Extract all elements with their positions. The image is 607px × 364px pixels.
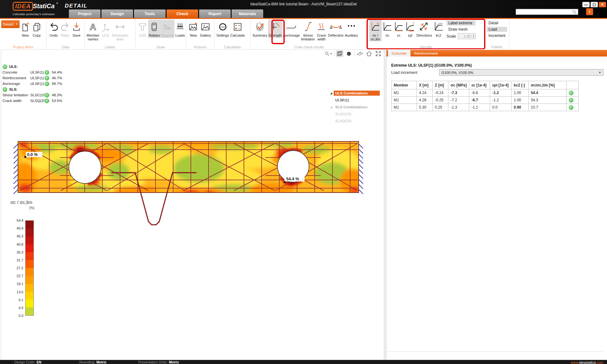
anchorage-button[interactable]: Anchorage (282, 20, 300, 38)
tab-design[interactable]: Design (101, 9, 133, 18)
scale-spinner[interactable]: 1.00 ▲▼ (458, 33, 476, 39)
legend-tick-label: 22.7 (11, 274, 23, 278)
palette-detail-option[interactable]: Detail (487, 21, 507, 26)
section-view-button[interactable] (356, 50, 364, 57)
legend-segment (26, 268, 33, 276)
load-increment-dropdown[interactable]: G100.0%, V100.0% ▼ (439, 69, 604, 76)
deflection-button[interactable]: Deflection (327, 20, 344, 38)
palette-increment-option[interactable]: Increment (487, 33, 507, 38)
home-view-button[interactable] (365, 50, 373, 57)
table-row[interactable]: M14.26-0.25-7.2-6.7-1.21.0054.3 (392, 97, 579, 104)
crack-width-icon (316, 20, 327, 34)
load-increment-label: Load increment (391, 70, 417, 75)
sc-button[interactable]: σc (382, 20, 393, 38)
beam-result-plot[interactable]: 0.0 % 54.4 % (13, 140, 367, 229)
table-cell: M1 (392, 97, 417, 104)
tree-expander-icon[interactable]: ◢ (329, 106, 334, 109)
auxiliary-button[interactable]: Auxiliary (344, 20, 359, 38)
check-icon (3, 64, 7, 69)
label-extreme-toggle[interactable]: Label extreme (446, 21, 476, 26)
panel-divider (386, 351, 604, 352)
dimension-lines-button[interactable]: Dimension lines (111, 20, 129, 41)
strain-curve-icon (394, 20, 404, 34)
draw-mesh-toggle[interactable]: Draw mesh (446, 27, 476, 32)
website-link[interactable]: www.ideastatica.com (571, 360, 603, 364)
table-cell: -7.3 (448, 89, 469, 97)
gallery-button[interactable]: Gallery (199, 20, 212, 38)
solid-view-button[interactable] (345, 50, 353, 57)
new-item-button[interactable]: New (20, 20, 31, 38)
diagram-button[interactable]: Diagram (161, 20, 174, 38)
tab-tools[interactable]: Tools (134, 9, 166, 18)
settings-button[interactable]: </> Settings (216, 20, 230, 38)
title-bar: IdeaStatiCa-BIM link tutorial Beam - Axi… (0, 0, 607, 18)
close-button[interactable]: ✕ (599, 2, 606, 7)
tab-project[interactable]: Project (69, 9, 100, 18)
undo-button[interactable]: Undo (48, 20, 59, 38)
tab-report[interactable]: Report (199, 9, 231, 18)
results-tab-bar: Concrete Reinforcement (386, 50, 607, 57)
redo-button[interactable]: Redo (59, 20, 71, 38)
extreme-label-min: 0.0 % (24, 152, 42, 158)
spinner-arrows-icon[interactable]: ▲▼ (471, 34, 475, 38)
wireframe-view-button[interactable] (336, 50, 343, 57)
tree-expander-icon[interactable]: ◢ (329, 92, 334, 95)
zoom-fit-button[interactable] (374, 50, 382, 57)
save-button[interactable]: Save (71, 20, 82, 38)
solid-cube-icon (346, 51, 352, 57)
member-names-button[interactable]: A Member names (86, 20, 100, 41)
tab-concrete[interactable]: Concrete (388, 50, 410, 57)
tree-item[interactable]: ◢ULS Combinations (329, 90, 380, 97)
new-picture-button[interactable]: New (187, 20, 199, 38)
ribbon: Detail1 ▼ New Copy Project items (0, 19, 607, 49)
minimize-button[interactable]: — (582, 2, 590, 7)
table-check-cell (566, 89, 578, 97)
tab-reinforcement[interactable]: Reinforcement (410, 50, 442, 57)
detail-selector[interactable]: Detail1 ▼ (1, 20, 20, 28)
search-input[interactable] (516, 9, 578, 15)
check-icon (45, 93, 49, 98)
table-cell: M1 (392, 104, 417, 111)
summary-button[interactable]: Summary (252, 20, 268, 38)
table-column-header: σc/σc,lim [%] (528, 81, 566, 89)
stress-limitation-button[interactable]: Stress limitation (300, 20, 315, 41)
table-row[interactable]: M15.300.25-1.3-1.10.00.9010.7 (392, 104, 579, 111)
check-icon (569, 91, 574, 95)
statica-logo: StatiCa (33, 3, 55, 10)
strength-button[interactable]: Strength (268, 20, 282, 38)
results-panel: Concrete Reinforcement Extreme ULS: ULSF… (386, 49, 607, 360)
legend-segment (26, 284, 33, 292)
legend-tick-label: 27.2 (11, 266, 23, 270)
css-button[interactable]: CSS (137, 20, 148, 38)
tab-materials[interactable]: Materials (232, 9, 263, 18)
copy-item-button[interactable]: Copy (31, 20, 42, 38)
tree-item[interactable]: ULSF(1) (329, 97, 380, 104)
crack-width-button[interactable]: Crack width (315, 20, 327, 41)
combinations-tree: ◢ULS CombinationsULSF(1)◢SLS Combination… (329, 90, 380, 124)
tree-item[interactable]: SLSC(10) (329, 110, 380, 117)
tab-check[interactable]: Check (167, 9, 198, 18)
rebars-button[interactable]: Rebars (148, 20, 161, 38)
kc2-button[interactable]: kc2 (433, 20, 445, 38)
table-row[interactable]: M14.24-0.24-7.3-6.6-1.21.0054.4 (392, 89, 579, 97)
info-button[interactable]: i (586, 8, 593, 15)
loads-button[interactable]: Loads (174, 20, 186, 38)
zoom-tool-button[interactable]: ▼ (325, 50, 332, 57)
check-icon (569, 105, 574, 110)
registered-mark: ® (56, 2, 58, 5)
directions-button[interactable]: Directions (416, 20, 433, 38)
sc-sclim-button[interactable]: % σc / σc,lim (369, 20, 382, 41)
lcs-button[interactable]: LCS (100, 20, 111, 38)
ec-button[interactable]: εc (393, 20, 404, 38)
epl-button[interactable]: ! εpl (404, 20, 416, 38)
panel-splitter[interactable] (384, 49, 386, 360)
maximize-button[interactable]: ▢ (591, 2, 598, 7)
palette-load-option[interactable]: Load (487, 27, 507, 32)
tree-item-label: SLS Combinations (334, 104, 380, 110)
table-cell: -6.6 (469, 89, 490, 97)
calculate-button[interactable]: +−×÷ Calculate (230, 20, 246, 38)
svg-text:%: % (377, 22, 380, 26)
tree-item[interactable]: SLSQ(20) (329, 117, 380, 124)
copy-icon (32, 20, 42, 34)
tree-item[interactable]: ◢SLS Combinations (329, 104, 380, 110)
